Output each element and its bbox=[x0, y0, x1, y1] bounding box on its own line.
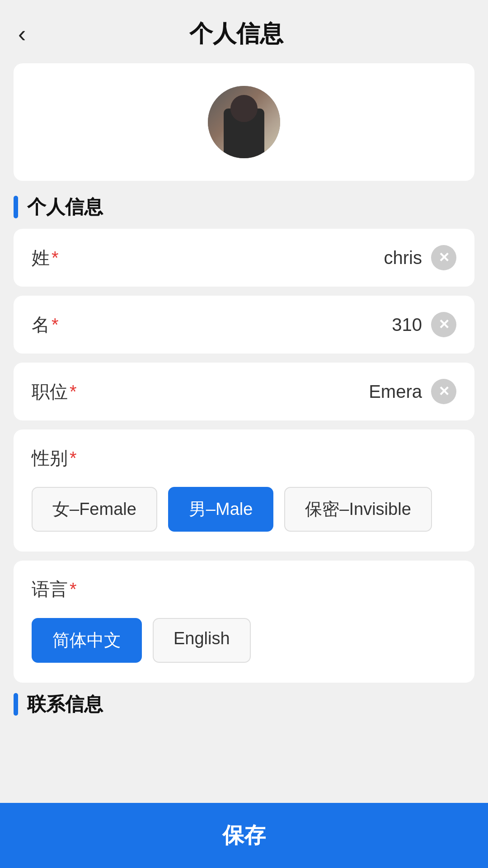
save-button[interactable]: 保存 bbox=[0, 803, 488, 868]
contact-info-section-title: 联系信息 bbox=[14, 692, 474, 717]
avatar-card bbox=[14, 63, 474, 181]
required-star: * bbox=[52, 315, 59, 335]
bottom-spacer bbox=[0, 726, 488, 798]
position-card: 职位 * Emera ✕ bbox=[14, 363, 474, 420]
clear-icon: ✕ bbox=[438, 385, 450, 398]
clear-icon: ✕ bbox=[438, 318, 450, 331]
gender-options: 女–Female 男–Male 保密–Invisible bbox=[32, 487, 456, 532]
language-en-button[interactable]: English bbox=[153, 618, 251, 663]
first-name-clear-button[interactable]: ✕ bbox=[431, 312, 456, 337]
personal-info-section-title: 个人信息 bbox=[14, 194, 474, 220]
gender-card: 性别* 女–Female 男–Male 保密–Invisible bbox=[14, 429, 474, 552]
page-title: 个人信息 bbox=[35, 18, 437, 50]
header: ‹ 个人信息 bbox=[0, 0, 488, 63]
gender-female-button[interactable]: 女–Female bbox=[32, 487, 157, 532]
last-name-label: 姓 * bbox=[32, 245, 86, 270]
position-clear-button[interactable]: ✕ bbox=[431, 379, 456, 404]
gender-male-button[interactable]: 男–Male bbox=[168, 487, 274, 532]
first-name-label: 名 * bbox=[32, 312, 86, 337]
required-star: * bbox=[70, 579, 77, 599]
clear-icon: ✕ bbox=[438, 251, 450, 264]
avatar-image bbox=[208, 86, 280, 158]
required-star: * bbox=[52, 248, 59, 268]
last-name-row: 姓 * chris ✕ bbox=[32, 245, 456, 270]
first-name-card: 名 * 310 ✕ bbox=[14, 296, 474, 354]
last-name-card: 姓 * chris ✕ bbox=[14, 229, 474, 287]
last-name-value[interactable]: chris bbox=[86, 248, 431, 268]
required-star: * bbox=[70, 382, 77, 402]
gender-invisible-button[interactable]: 保密–Invisible bbox=[284, 487, 432, 532]
section-bar-contact bbox=[14, 693, 18, 716]
language-card: 语言* 简体中文 English bbox=[14, 561, 474, 683]
last-name-clear-button[interactable]: ✕ bbox=[431, 245, 456, 270]
language-options: 简体中文 English bbox=[32, 618, 456, 663]
first-name-row: 名 * 310 ✕ bbox=[32, 312, 456, 337]
language-zh-button[interactable]: 简体中文 bbox=[32, 618, 142, 663]
position-value[interactable]: Emera bbox=[86, 382, 431, 402]
gender-label: 性别* bbox=[32, 446, 456, 471]
section-bar-personal bbox=[14, 196, 18, 218]
required-star: * bbox=[70, 448, 77, 468]
position-label: 职位 * bbox=[32, 379, 86, 404]
language-label: 语言* bbox=[32, 577, 456, 602]
back-button[interactable]: ‹ bbox=[18, 22, 26, 46]
avatar[interactable] bbox=[208, 86, 280, 158]
position-row: 职位 * Emera ✕ bbox=[32, 379, 456, 404]
first-name-value[interactable]: 310 bbox=[86, 315, 431, 335]
